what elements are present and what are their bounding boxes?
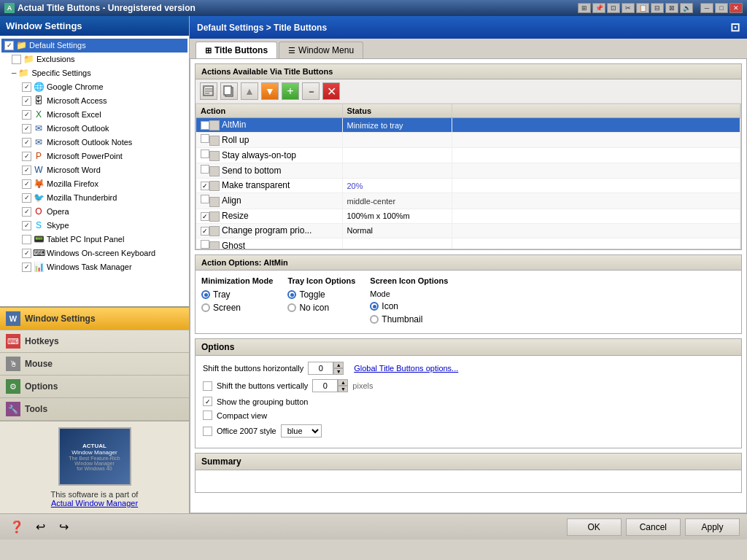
cancel-button[interactable]: Cancel [626,518,681,536]
move-up-btn[interactable]: ▲ [241,82,258,100]
check-exclusions[interactable] [12,55,21,64]
show-grouping-check[interactable] [203,397,212,406]
radio-toggle-btn[interactable] [287,290,296,299]
spin-down-v[interactable]: ▼ [338,386,348,392]
tab-title-buttons[interactable]: ⊞ Title Buttons [196,42,277,58]
tb-extra-4[interactable]: ✂ [622,3,635,13]
separator-btn[interactable]: -- [302,82,320,100]
nav-tools[interactable]: 🔧 Tools [0,398,189,421]
compact-view-check[interactable] [203,411,212,420]
tree-item-outlook-notes[interactable]: ✉ Microsoft Outlook Notes [1,136,187,149]
radio-icon[interactable]: Icon [370,301,448,311]
add-action-btn[interactable]: + [282,82,299,100]
radio-thumbnail[interactable]: Thumbnail [370,314,448,324]
row-checkbox[interactable]: ✓ [201,212,209,221]
shift-vertical-check[interactable] [203,381,212,391]
tree-item-google-chrome[interactable]: 🌐 Google Chrome [1,80,187,94]
check-task-manager[interactable] [22,262,31,272]
nav-hotkeys[interactable]: ⌨ Hotkeys [0,330,189,353]
tree-item-microsoft-outlook[interactable]: ✉ Microsoft Outlook [1,122,187,136]
table-row[interactable]: ✓AltMinMinimize to tray [196,118,740,133]
footer-link[interactable]: Actual Window Manager [6,499,183,508]
row-checkbox[interactable] [201,149,209,158]
table-row[interactable]: ✓Resize100%m x 100%m [196,209,740,223]
expand-icon[interactable]: ─ [12,67,16,79]
tree-item-task-manager[interactable]: 📊 Windows Task Manager [1,260,187,274]
nav-options[interactable]: ⚙ Options [0,376,189,398]
apply-button[interactable]: Apply [685,518,740,536]
row-checkbox[interactable] [201,240,209,249]
maximize-button[interactable]: □ [715,3,728,13]
row-checkbox[interactable]: ✓ [201,121,209,130]
check-skype[interactable] [22,221,31,230]
undo-icon[interactable]: ↩ [31,518,50,537]
radio-screen-btn[interactable] [201,303,210,312]
table-row[interactable]: ✓Make transparent20% [196,179,740,193]
office-2007-select[interactable]: blue silver black olive [281,424,322,438]
check-opera[interactable] [22,207,31,217]
row-checkbox[interactable] [201,165,209,174]
tb-extra-5[interactable]: 📋 [636,3,649,13]
row-checkbox[interactable] [201,134,209,143]
tb-extra-3[interactable]: ⊡ [607,3,620,13]
check-microsoft-access[interactable] [22,96,31,106]
row-checkbox[interactable]: ✓ [201,182,209,190]
tb-extra-8[interactable]: 🔊 [680,3,693,13]
spin-up-v[interactable]: ▲ [338,379,348,386]
tree-item-word[interactable]: W Microsoft Word [1,163,187,177]
row-checkbox[interactable] [201,195,209,203]
radio-screen[interactable]: Screen [201,303,273,313]
tree-item-onscreen-keyboard[interactable]: ⌨ Windows On-screen Keyboard [1,246,187,260]
office-2007-check[interactable] [203,427,212,436]
tb-extra-1[interactable]: ⊞ [578,3,591,13]
tree-item-powerpoint[interactable]: P Microsoft PowerPoint [1,149,187,163]
tree-item-skype[interactable]: S Skype [1,219,187,233]
delete-action-btn[interactable]: ✕ [322,82,340,100]
tb-extra-7[interactable]: ⊠ [665,3,678,13]
check-outlook-notes[interactable] [22,138,31,147]
copy-action-btn[interactable] [220,82,238,100]
radio-no-icon-btn[interactable] [287,303,296,312]
table-row[interactable]: Alignmiddle-center [196,193,740,209]
shift-vertical-input[interactable] [312,379,338,392]
minimize-button[interactable]: ─ [700,3,713,13]
table-row[interactable]: Ghost [196,238,740,249]
tree-item-default-settings[interactable]: 📁 Default Settings [1,39,187,52]
table-row[interactable]: Stay always-on-top [196,148,740,163]
tree-item-microsoft-excel[interactable]: X Microsoft Excel [1,108,187,122]
check-default-settings[interactable] [4,41,14,50]
check-word[interactable] [22,166,31,175]
global-options-link[interactable]: Global Title Buttons options... [354,364,458,373]
check-tablet[interactable] [22,235,31,244]
tree-item-opera[interactable]: O Opera [1,205,187,219]
check-firefox[interactable] [22,179,31,189]
check-onscreen-keyboard[interactable] [22,249,31,258]
radio-tray[interactable]: Tray [201,289,273,300]
table-row[interactable]: Send to bottom [196,163,740,179]
radio-toggle[interactable]: Toggle [287,289,355,300]
check-thunderbird[interactable] [22,193,31,203]
help-icon[interactable]: ❓ [7,518,26,537]
check-microsoft-outlook[interactable] [22,124,31,133]
table-row[interactable]: ✓Change program prio...Normal [196,223,740,238]
spin-up[interactable]: ▲ [333,362,344,368]
check-powerpoint[interactable] [22,152,31,161]
nav-mouse[interactable]: 🖱 Mouse [0,353,189,376]
redo-icon[interactable]: ↪ [54,518,73,537]
close-button[interactable]: ✕ [729,3,743,13]
tree-item-exclusions[interactable]: 📁 Exclusions [1,52,187,66]
move-down-btn[interactable]: ▼ [261,82,279,100]
edit-action-btn[interactable] [200,82,217,100]
tree-item-thunderbird[interactable]: 🐦 Mozilla Thunderbird [1,191,187,205]
tab-window-menu[interactable]: ☰ Window Menu [279,42,363,58]
radio-tray-btn[interactable] [201,290,210,299]
shift-horizontal-input[interactable] [308,362,333,375]
table-row[interactable]: Roll up [196,133,740,148]
nav-window-settings[interactable]: W Window Settings [0,308,189,330]
radio-thumbnail-btn[interactable] [370,315,379,324]
check-google-chrome[interactable] [22,82,31,92]
tree-item-tablet[interactable]: 📟 Tablet PC Input Panel [1,233,187,246]
radio-no-icon[interactable]: No icon [287,303,355,313]
ok-button[interactable]: OK [567,518,622,536]
tree-item-microsoft-access[interactable]: 🗄 Microsoft Access [1,94,187,108]
